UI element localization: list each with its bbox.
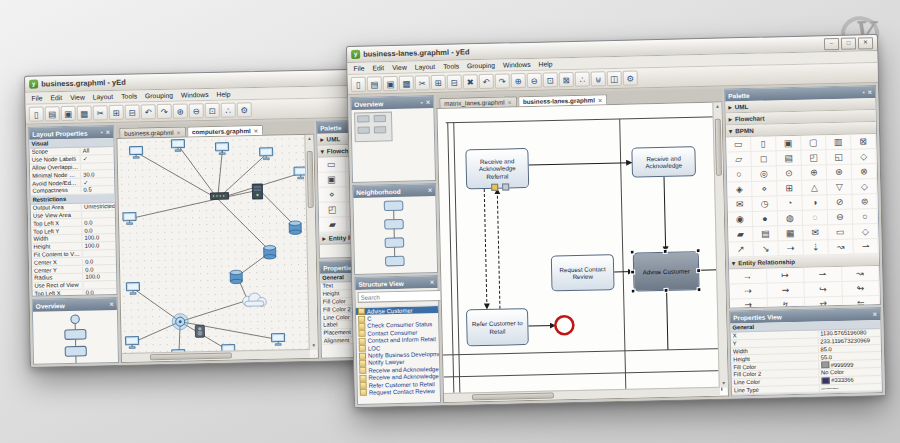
property-value[interactable]: 0.0 xyxy=(82,227,115,234)
menu-item-edit[interactable]: Edit xyxy=(372,64,384,71)
zoom-out-icon[interactable]: ⊖ xyxy=(189,103,204,118)
palette-shape-cell[interactable]: ▯ xyxy=(751,136,776,152)
palette-shape-cell[interactable]: ◌ xyxy=(803,210,828,226)
scroll-up-icon[interactable]: ▲ xyxy=(305,135,313,143)
menu-item-tools[interactable]: Tools xyxy=(443,63,459,70)
scroll-down-icon[interactable]: ▼ xyxy=(720,380,728,388)
scrollbar-thumb[interactable] xyxy=(150,353,232,361)
tab-close-icon[interactable]: ✕ xyxy=(254,127,258,133)
palette-shape-cell[interactable]: ⊙ xyxy=(777,166,802,182)
scrollbar-thumb[interactable] xyxy=(472,392,554,400)
network-node-pc[interactable] xyxy=(215,143,228,155)
palette-shape-cell[interactable]: → xyxy=(729,269,767,285)
new-icon[interactable]: ▯ xyxy=(351,77,366,92)
palette-shape-cell[interactable]: ↪ xyxy=(804,282,842,298)
property-value[interactable] xyxy=(84,284,117,285)
palette-shape-cell[interactable]: ◷ xyxy=(752,196,777,212)
tab-matrix-lanes-graphml[interactable]: matrix_lanes.graphml✕ xyxy=(439,96,517,108)
selection-handle[interactable] xyxy=(631,251,634,254)
bpmn-diagram-canvas[interactable]: ▲▼ Receive and Acknowledge ReferralRecei… xyxy=(436,103,729,403)
zoom-out-icon[interactable]: ⊖ xyxy=(527,73,542,88)
network-node-pc[interactable] xyxy=(260,148,273,160)
palette-shape-cell[interactable]: ⇀ xyxy=(804,267,842,283)
menu-item-help[interactable]: Help xyxy=(538,60,552,67)
close-button[interactable]: ✕ xyxy=(858,37,873,49)
palette-shape-cell[interactable]: ✉ xyxy=(803,225,828,241)
maximize-button[interactable]: □ xyxy=(841,37,856,49)
palette-shape-cell[interactable]: ⊛ xyxy=(827,165,852,181)
network-node-switch[interactable] xyxy=(210,193,228,200)
palette-shape-cell[interactable]: ▽ xyxy=(827,180,852,196)
close-icon[interactable]: ✕ xyxy=(430,279,435,285)
menu-item-view[interactable]: View xyxy=(392,64,407,71)
palette-shape-cell[interactable]: ○ xyxy=(727,167,752,183)
bpmn-node-receive-and-acknowledge-referral[interactable]: Receive and Acknowledge Referral xyxy=(465,148,529,189)
palette-shape-cell[interactable]: ◍ xyxy=(778,211,803,227)
copy-icon[interactable]: ⊞ xyxy=(431,75,446,90)
palette-shape-cell[interactable]: ◑ xyxy=(802,195,827,211)
close-icon[interactable]: ✕ xyxy=(109,301,114,307)
property-value[interactable]: No Color xyxy=(819,368,882,375)
bpmn-node-receive-and-acknowledge[interactable]: Receive and Acknowledge xyxy=(631,146,696,177)
network-node-db[interactable] xyxy=(289,221,301,235)
property-value[interactable]: 0.0 xyxy=(83,258,116,265)
palette-shape-cell[interactable]: ▱ xyxy=(726,152,751,168)
menu-item-grouping[interactable]: Grouping xyxy=(467,62,495,70)
menu-item-file[interactable]: File xyxy=(353,65,364,72)
property-value[interactable]: 100.0 xyxy=(83,273,116,280)
property-value[interactable]: All xyxy=(81,147,114,154)
network-node-pc[interactable] xyxy=(171,140,184,152)
tab-business-lanes-graphml[interactable]: business-lanes.graphml✕ xyxy=(518,94,608,106)
palette-shape-cell[interactable]: ▥ xyxy=(826,135,851,151)
palette-shape-cell[interactable]: ⊖ xyxy=(828,210,853,226)
property-value[interactable]: 1130.5765196080 xyxy=(818,329,881,336)
menu-item-grouping[interactable]: Grouping xyxy=(145,92,173,100)
copy-icon[interactable]: ⊞ xyxy=(109,105,124,120)
tab-close-icon[interactable]: ✕ xyxy=(177,129,181,135)
zoom-in-icon[interactable]: ⊕ xyxy=(173,103,188,118)
palette-shape-cell[interactable]: ⇢ xyxy=(729,284,767,300)
network-node-pc[interactable] xyxy=(125,337,138,349)
property-value[interactable]: 0.0 xyxy=(82,219,115,226)
property-value[interactable]: 85.0 xyxy=(818,345,881,352)
open-icon[interactable]: ▤ xyxy=(367,76,382,91)
property-value[interactable]: #333366 xyxy=(819,376,882,384)
palette-shape-cell[interactable]: ↬ xyxy=(842,281,880,297)
menu-item-file[interactable]: File xyxy=(31,94,42,101)
palette-shape-cell[interactable]: ↝ xyxy=(842,266,880,282)
menu-item-edit[interactable]: Edit xyxy=(50,94,62,101)
structure-item-request-contact-review[interactable]: Request Contact Review xyxy=(358,387,440,396)
palette-shape-cell[interactable]: ◎ xyxy=(752,166,777,182)
network-node-server[interactable] xyxy=(252,184,262,199)
property-value[interactable]: ——— xyxy=(819,384,882,391)
menu-item-windows[interactable]: Windows xyxy=(503,61,531,69)
palette-shape-cell[interactable]: ↘ xyxy=(754,241,779,257)
fit-content-icon[interactable]: ⊠ xyxy=(559,72,574,87)
network-diagram-canvas[interactable]: ▲▼ xyxy=(116,135,319,363)
layout-icon[interactable]: ∴ xyxy=(575,72,590,87)
close-icon[interactable]: ✕ xyxy=(867,89,872,95)
palette-shape-cell[interactable]: ⇢ xyxy=(779,241,804,257)
palette-shape-cell[interactable]: ⊕ xyxy=(802,165,827,181)
property-value[interactable] xyxy=(81,166,114,167)
selection-handle[interactable] xyxy=(698,288,701,291)
palette-shape-cell[interactable]: ⇀ xyxy=(853,239,878,255)
property-value[interactable]: Unrestricted xyxy=(82,203,115,210)
palette-shape-cell[interactable]: ◔ xyxy=(777,196,802,212)
menu-item-tools[interactable]: Tools xyxy=(121,93,137,100)
palette-shape-cell[interactable]: ◇ xyxy=(851,149,876,165)
palette-shape-cell[interactable]: ↦ xyxy=(767,268,805,284)
network-node-db[interactable] xyxy=(264,245,276,259)
zoom-100-icon[interactable]: ⊡ xyxy=(543,72,558,87)
palette-shape-cell[interactable]: ⇄ xyxy=(805,297,843,308)
redo-icon[interactable]: ↷ xyxy=(495,73,510,88)
palette-shape-cell[interactable]: ⊘ xyxy=(827,195,852,211)
property-value[interactable]: 0.0 xyxy=(84,289,117,296)
palette-shape-cell[interactable]: ⇉ xyxy=(730,299,768,308)
palette-shape-cell[interactable]: ▭ xyxy=(726,137,751,153)
zoom-100-icon[interactable]: ⊡ xyxy=(205,103,220,118)
bpmn-node-request-contact-review[interactable]: Request Contact Review xyxy=(551,254,615,291)
palette-shape-cell[interactable]: ▣ xyxy=(318,172,346,188)
palette-shape-cell[interactable]: ○ xyxy=(853,209,878,225)
layout-icon[interactable]: ∴ xyxy=(221,102,236,117)
